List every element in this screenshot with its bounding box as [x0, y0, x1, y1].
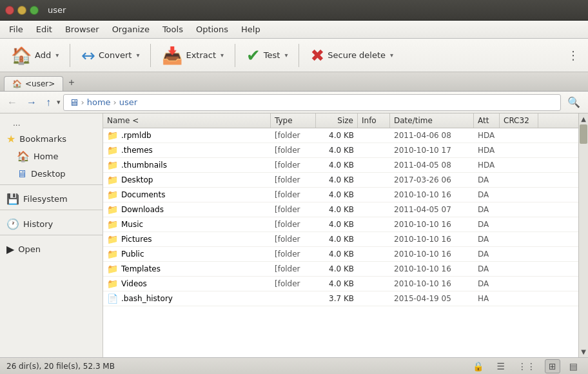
test-button[interactable]: ✔ Test ▾ — [239, 41, 295, 70]
cell-info — [358, 297, 390, 300]
add-button[interactable]: 🏠 Add ▾ — [4, 41, 66, 70]
new-tab-button[interactable]: + — [63, 74, 79, 91]
menu-browser[interactable]: Browser — [59, 22, 106, 37]
desktop-icon: 🖥 — [17, 168, 27, 180]
cell-size: 4.0 KB — [316, 144, 358, 157]
col-header-name[interactable]: Name < — [103, 113, 271, 128]
grid-icon[interactable]: ⊞ — [545, 359, 560, 373]
table-row[interactable]: 📁 Music [folder 4.0 KB 2010-10-10 16 DA — [103, 217, 578, 232]
location-dropdown[interactable]: ▾ — [57, 98, 61, 106]
table-row[interactable]: 📁 Desktop [folder 4.0 KB 2017-03-26 06 D… — [103, 173, 578, 188]
scroll-track[interactable] — [579, 124, 588, 346]
col-header-crc[interactable]: CRC32 — [500, 113, 538, 128]
menu-options[interactable]: Options — [190, 22, 235, 37]
computer-icon[interactable]: 🖥 — [69, 97, 79, 108]
table-row[interactable]: 📁 Templates [folder 4.0 KB 2010-10-10 16… — [103, 262, 578, 277]
cell-crc — [500, 148, 538, 152]
folder-icon: 📁 — [107, 204, 118, 215]
sidebar-item-bookmarks[interactable]: ★ Bookmarks — [0, 130, 103, 148]
cell-name: 📁 .rpmldb — [103, 128, 271, 143]
tab-user[interactable]: 🏠 <user> — [4, 76, 63, 91]
close-button[interactable] — [5, 6, 14, 15]
scroll-up-arrow[interactable]: ▲ — [579, 113, 588, 124]
extract-button[interactable]: 📥 Extract ▾ — [155, 41, 231, 70]
convert-icon: ↔ — [81, 46, 95, 65]
table-row[interactable]: 📁 .themes [folder 4.0 KB 2010-10-10 17 H… — [103, 143, 578, 158]
sidebar-item-desktop[interactable]: 🖥 Desktop — [0, 165, 103, 182]
list-detail-icon[interactable]: ☰ — [493, 359, 509, 373]
table-row[interactable]: 📁 Videos [folder 4.0 KB 2010-10-10 16 DA — [103, 277, 578, 291]
back-button[interactable]: ← — [4, 95, 21, 110]
folder-icon: 📁 — [107, 234, 118, 244]
cell-crc — [500, 237, 538, 241]
sidebar-item-filesystem[interactable]: 💾 Filesystem — [0, 190, 103, 208]
col-header-type[interactable]: Type — [271, 113, 316, 128]
cell-type: [folder — [271, 129, 316, 142]
sidebar-item-history[interactable]: 🕐 History — [0, 215, 103, 233]
toolbar-more-button[interactable]: ⋮ — [562, 46, 584, 64]
cell-attr: DA — [474, 203, 500, 216]
cell-size: 4.0 KB — [316, 248, 358, 261]
maximize-button[interactable] — [30, 6, 39, 15]
table-row[interactable]: 📁 Pictures [folder 4.0 KB 2010-10-10 16 … — [103, 232, 578, 247]
cell-size: 4.0 KB — [316, 173, 358, 186]
scroll-thumb[interactable] — [580, 124, 587, 144]
cell-name: 📁 Templates — [103, 262, 271, 276]
cell-attr: HDA — [474, 159, 500, 172]
panel-icon[interactable]: ▤ — [565, 359, 582, 373]
menu-help[interactable]: Help — [235, 22, 267, 37]
secure-delete-button[interactable]: ✖ Secure delete ▾ — [303, 41, 400, 70]
table-row[interactable]: 📄 .bash_history 3.7 KB 2015-04-19 05 HA — [103, 291, 578, 306]
cell-size: 4.0 KB — [316, 218, 358, 231]
cell-datetime: 2010-10-10 16 — [390, 233, 474, 246]
add-label: Add — [35, 50, 51, 60]
cell-info — [358, 193, 390, 197]
menu-file[interactable]: File — [3, 22, 30, 37]
breadcrumb-home[interactable]: home — [87, 97, 111, 107]
extract-label: Extract — [186, 50, 216, 60]
table-row[interactable]: 📁 Documents [folder 4.0 KB 2010-10-10 16… — [103, 188, 578, 202]
minimize-button[interactable] — [17, 6, 26, 15]
cell-size: 3.7 KB — [316, 292, 358, 305]
col-header-size[interactable]: Size — [316, 113, 358, 128]
table-row[interactable]: 📁 Downloads [folder 4.0 KB 2011-04-05 07… — [103, 202, 578, 217]
sidebar-item-home[interactable]: 🏠 Home — [0, 148, 103, 165]
folder-icon: 📁 — [107, 160, 118, 170]
col-header-info[interactable]: Info — [358, 113, 390, 128]
scrollbar[interactable]: ▲ ▼ — [578, 113, 588, 357]
up-button[interactable]: ↑ — [43, 95, 54, 110]
main-area: ... ★ Bookmarks 🏠 Home 🖥 Desktop 💾 Files… — [0, 113, 588, 357]
folder-icon: 📁 — [107, 249, 118, 259]
cell-type: [folder — [271, 277, 316, 290]
separator-1 — [70, 44, 70, 67]
table-row[interactable]: 📁 .rpmldb [folder 4.0 KB 2011-04-06 08 H… — [103, 128, 578, 143]
bookmarks-icon: ★ — [6, 133, 15, 145]
menu-edit[interactable]: Edit — [30, 22, 59, 37]
titlebar: user — [0, 0, 588, 21]
cell-attr: DA — [474, 188, 500, 201]
table-row[interactable]: 📁 .thumbnails [folder 4.0 KB 2011-04-05 … — [103, 158, 578, 173]
forward-button[interactable]: → — [23, 95, 40, 110]
sidebar-ellipsis[interactable]: ... — [0, 116, 103, 130]
cell-name: 📁 .thumbnails — [103, 158, 271, 172]
sidebar-item-open[interactable]: ▶ Open — [0, 241, 103, 258]
cell-type: [folder — [271, 188, 316, 201]
cell-attr: DA — [474, 248, 500, 261]
menu-tools[interactable]: Tools — [156, 22, 190, 37]
cell-size: 4.0 KB — [316, 203, 358, 216]
table-row[interactable]: 📁 Public [folder 4.0 KB 2010-10-10 16 DA — [103, 247, 578, 262]
cell-info — [358, 222, 390, 226]
lock-icon[interactable]: 🔒 — [469, 359, 487, 373]
search-button[interactable]: 🔍 — [564, 94, 584, 111]
cell-info — [358, 133, 390, 137]
breadcrumb-user[interactable]: user — [119, 97, 137, 107]
list-icon[interactable]: ⋮⋮ — [514, 359, 540, 373]
col-header-attr[interactable]: Att — [474, 113, 500, 128]
scroll-down-arrow[interactable]: ▼ — [579, 346, 588, 357]
convert-button[interactable]: ↔ Convert ▾ — [74, 41, 146, 70]
cell-type: [folder — [271, 173, 316, 186]
cell-datetime: 2010-10-10 16 — [390, 248, 474, 261]
menu-organize[interactable]: Organize — [106, 22, 156, 37]
col-header-datetime[interactable]: Date/time — [390, 113, 474, 128]
tab-label: <user> — [25, 79, 55, 88]
